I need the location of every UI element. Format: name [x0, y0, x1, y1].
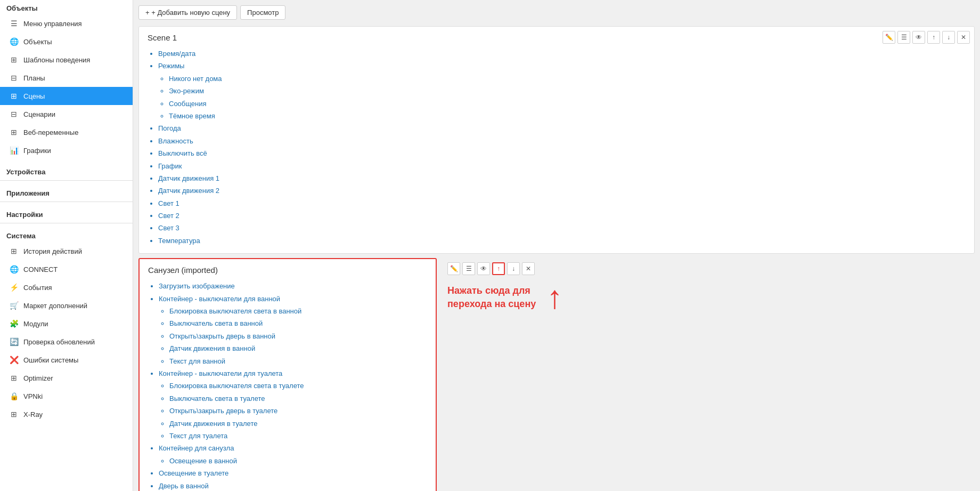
sidebar-item-optimizer[interactable]: ⊞ Optimizer — [0, 369, 133, 387]
list-item: Датчик движения в ванной — [169, 342, 427, 355]
sidebar-item-label: CONNECT — [23, 265, 58, 273]
menu-control-icon: ☰ — [9, 18, 19, 29]
scene-actions-1: ✏️ ☰ 👁 ↑ ↓ ✕ — [883, 31, 970, 44]
list-item: Никого нет дома — [169, 73, 966, 85]
sidebar-item-action-history[interactable]: ⊞ История действий — [0, 242, 133, 260]
list-item: Контейнер - выключатели для туалета Блок… — [159, 367, 427, 442]
sidebar-section-settings: Настройки — [0, 206, 133, 221]
list-item: Свет 1 — [158, 197, 966, 210]
scene-list-2: Загрузить изображение Контейнер - выключ… — [148, 280, 427, 491]
scene-list-1: Время/дата Режимы Никого нет дома Эко-ре… — [148, 47, 966, 247]
edit-button-1[interactable]: ✏️ — [883, 31, 895, 44]
sidebar-item-label: Сценарии — [23, 110, 55, 118]
sidebar-item-plans[interactable]: ⊟ Планы — [0, 69, 133, 87]
sidebar-item-label: Объекты — [23, 38, 52, 46]
down-button-1[interactable]: ↓ — [942, 31, 955, 44]
list-item: Открыть\закрыть дверь в туалете — [169, 405, 427, 417]
list-item: Режимы Никого нет дома Эко-режим Сообщен… — [158, 60, 966, 122]
connect-icon: 🌐 — [9, 264, 19, 275]
list-button-2[interactable]: ☰ — [462, 262, 475, 275]
list-item: Датчик движения 1 — [158, 172, 966, 184]
sidebar-item-label: VPNki — [23, 392, 43, 400]
sidebar-item-label: Модули — [23, 320, 48, 328]
list-item: Датчик движения в туалете — [169, 417, 427, 430]
scene-title-1: Scene 1 — [148, 33, 966, 42]
edit-button-2[interactable]: ✏️ — [447, 262, 460, 275]
action-history-icon: ⊞ — [9, 246, 19, 256]
scene-sublist: Освещение в ванной — [159, 455, 427, 467]
view-button-1[interactable]: 👁 — [912, 31, 925, 44]
divider-settings — [0, 223, 133, 223]
list-item: График — [158, 160, 966, 172]
web-variables-icon: ⊞ — [9, 127, 19, 138]
sidebar-item-check-updates[interactable]: 🔄 Проверка обновлений — [0, 333, 133, 351]
sidebar-item-label: События — [23, 284, 52, 292]
top-toolbar: + Добавить новую сцену Просмотр — [138, 5, 975, 20]
check-updates-icon: 🔄 — [9, 336, 19, 347]
sidebar-item-system-errors[interactable]: ❌ Ошибки системы — [0, 351, 133, 369]
list-item: Время/дата — [158, 47, 966, 60]
sidebar-item-addons-market[interactable]: 🛒 Маркет дополнений — [0, 296, 133, 315]
list-item: Освещение в ванной — [169, 455, 427, 467]
sidebar-item-objects[interactable]: 🌐 Объекты — [0, 33, 133, 51]
main-content: + Добавить новую сцену Просмотр Scene 1 … — [133, 0, 980, 491]
sidebar-item-web-variables[interactable]: ⊞ Веб-переменные — [0, 123, 133, 141]
down-button-2[interactable]: ↓ — [507, 262, 520, 275]
sidebar-item-label: Графики — [23, 147, 51, 155]
list-item: Датчик движения 2 — [158, 184, 966, 197]
sidebar-item-label: Маркет дополнений — [23, 302, 87, 310]
sidebar-item-label: Optimizer — [23, 374, 53, 382]
sidebar-item-modules[interactable]: 🧩 Модули — [0, 315, 133, 333]
sidebar-item-connect[interactable]: 🌐 CONNECT — [0, 260, 133, 278]
scene2-side: ✏️ ☰ 👁 ↑ ↓ ✕ Нажать сюда дляперехода на … — [437, 258, 975, 313]
list-item: Погода — [158, 122, 966, 134]
list-item: Сообщения — [169, 98, 966, 110]
view-button[interactable]: Просмотр — [240, 5, 285, 20]
sidebar-item-label: Проверка обновлений — [23, 338, 95, 346]
list-item: Контейнер для санузла Освещение в ванной — [159, 442, 427, 467]
list-item: Свет 2 — [158, 210, 966, 222]
sidebar-item-behavior-templates[interactable]: ⊞ Шаблоны поведения — [0, 51, 133, 69]
sidebar-item-scenarios[interactable]: ⊟ Сценарии — [0, 105, 133, 123]
list-item: Загрузить изображение — [159, 280, 427, 292]
list-item: Текст для ванной — [169, 355, 427, 367]
view-button-2[interactable]: 👁 — [477, 262, 490, 275]
list-item: Дверь в ванной — [159, 480, 427, 492]
scenarios-icon: ⊟ — [9, 109, 19, 119]
sidebar-section-objects: Объекты — [0, 0, 133, 14]
list-button-1[interactable]: ☰ — [897, 31, 910, 44]
list-item: Текст для туалета — [169, 430, 427, 442]
modules-icon: 🧩 — [9, 318, 19, 329]
sidebar-item-xray[interactable]: ⊞ X-Ray — [0, 405, 133, 423]
system-errors-icon: ❌ — [9, 355, 19, 365]
sidebar-item-label: Веб-переменные — [23, 128, 78, 136]
plans-icon: ⊟ — [9, 73, 19, 83]
list-item: Тёмное время — [169, 110, 966, 122]
sidebar-item-menu-control[interactable]: ☰ Меню управления — [0, 14, 133, 33]
scene-card-1: Scene 1 ✏️ ☰ 👁 ↑ ↓ ✕ Время/дата Режимы Н… — [138, 26, 975, 254]
sidebar-item-events[interactable]: ⚡ События — [0, 278, 133, 296]
list-item: Блокировка выключателя света в ванной — [169, 305, 427, 317]
list-item: Освещение в туалете — [159, 467, 427, 479]
sidebar-item-charts[interactable]: 📊 Графики — [0, 141, 133, 159]
scene-sublist: Никого нет дома Эко-режим Сообщения Тёмн… — [158, 73, 966, 123]
behavior-templates-icon: ⊞ — [9, 54, 19, 65]
sidebar-item-vpnki[interactable]: 🔒 VPNki — [0, 387, 133, 405]
sidebar-item-label: История действий — [23, 247, 82, 255]
sidebar-item-scenes[interactable]: ⊞ Сцены — [0, 87, 133, 105]
scene2-row: Санузел (imported) Загрузить изображение… — [138, 258, 975, 491]
charts-icon: 📊 — [9, 145, 19, 156]
annotation-text: Нажать сюда дляперехода на сцену — [447, 284, 536, 311]
up-button-2[interactable]: ↑ — [492, 262, 505, 275]
scene-sublist: Блокировка выключателя света в туалете В… — [159, 380, 427, 442]
delete-button-2[interactable]: ✕ — [522, 262, 535, 275]
sidebar-item-label: Сцены — [23, 92, 45, 100]
scene-card-2: Санузел (imported) Загрузить изображение… — [138, 258, 437, 491]
annotation-arrow-icon: ↑ — [546, 281, 562, 313]
sidebar-item-label: Шаблоны поведения — [23, 56, 90, 64]
sidebar-item-label: X-Ray — [23, 410, 43, 418]
delete-button-1[interactable]: ✕ — [957, 31, 970, 44]
vpnki-icon: 🔒 — [9, 391, 19, 401]
add-scene-button[interactable]: + Добавить новую сцену — [138, 5, 237, 20]
up-button-1[interactable]: ↑ — [927, 31, 940, 44]
